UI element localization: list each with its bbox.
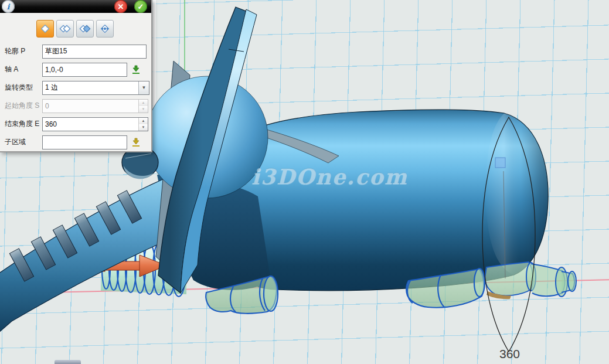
end-angle-spinner[interactable]: ▲ ▼ <box>138 118 148 131</box>
mode-intersect-button[interactable] <box>96 20 114 38</box>
boolean-mode-toolbar <box>36 20 114 38</box>
intersect-mode-icon <box>98 22 111 35</box>
spinner-up-icon: ▲ <box>139 118 148 124</box>
dialog-titlebar[interactable]: i ✕ ✓ <box>0 0 151 13</box>
ok-button[interactable]: ✓ <box>134 0 147 13</box>
subregion-row: 子区域 <box>5 135 147 149</box>
axis-label: 轴 A <box>5 64 42 74</box>
profile-input[interactable] <box>43 46 146 57</box>
subregion-input[interactable] <box>43 137 127 148</box>
mode-remove-button[interactable] <box>76 20 94 38</box>
end-angle-label: 结束角度 E <box>5 119 42 129</box>
yellow-pick-arrow-icon <box>131 138 141 147</box>
revolve-dialog: i ✕ ✓ <box>0 0 152 152</box>
info-icon[interactable]: i <box>2 0 15 13</box>
start-angle-input <box>43 101 138 111</box>
revolve-type-row: 旋转类型 ▼ <box>5 81 147 94</box>
close-button[interactable]: ✕ <box>114 0 127 13</box>
revolve-preview-rear-leg-b[interactable] <box>485 262 576 299</box>
base-mode-icon <box>39 22 52 35</box>
angle-drag-handle[interactable] <box>495 158 505 168</box>
end-angle-input[interactable] <box>43 119 138 130</box>
end-angle-row: 结束角度 E ▲ ▼ <box>5 117 147 131</box>
axis-pick-button[interactable] <box>130 64 142 76</box>
revolve-type-value[interactable] <box>43 83 138 93</box>
dropdown-arrow-icon[interactable]: ▼ <box>138 81 149 94</box>
profile-row: 轮廓 P <box>5 45 147 58</box>
start-angle-row: 起始角度 S ▲ ▼ <box>5 99 147 113</box>
spinner-down-icon: ▼ <box>139 124 148 131</box>
axis-input[interactable] <box>43 64 127 75</box>
mode-add-button[interactable] <box>56 20 74 38</box>
remove-mode-icon <box>79 22 91 35</box>
profile-label: 轮廓 P <box>5 46 42 56</box>
revolve-type-label: 旋转类型 <box>5 83 42 93</box>
mode-base-button[interactable] <box>36 20 54 38</box>
angle-value-label: 360 <box>499 347 520 361</box>
start-angle-label: 起始角度 S <box>5 101 42 111</box>
start-angle-spinner: ▲ ▼ <box>138 100 148 113</box>
revolve-type-select[interactable]: ▼ <box>42 81 149 95</box>
axis-row: 轴 A <box>5 63 147 76</box>
spinner-down-icon: ▼ <box>139 106 148 113</box>
green-pick-arrow-icon <box>131 65 141 74</box>
spinner-up-icon: ▲ <box>139 100 148 106</box>
add-mode-icon <box>59 22 72 35</box>
subregion-pick-button[interactable] <box>130 137 142 148</box>
subregion-label: 子区域 <box>5 137 42 147</box>
